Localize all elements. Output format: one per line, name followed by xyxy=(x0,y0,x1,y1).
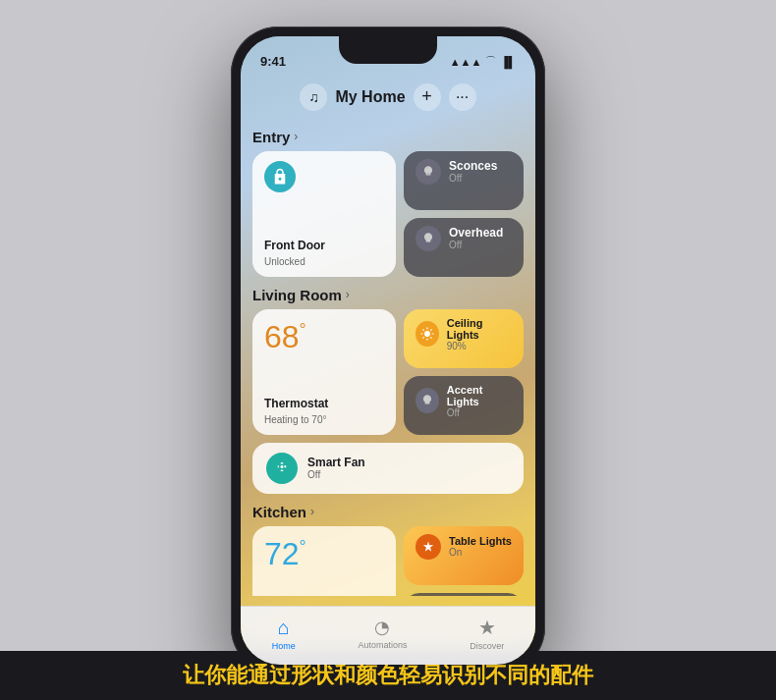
sconces-icon xyxy=(416,159,441,185)
front-door-tile[interactable]: Front Door Unlocked xyxy=(252,151,396,277)
thermostat-cool-temp: 72° xyxy=(264,536,384,572)
tab-automations[interactable]: ◔ Automations xyxy=(358,617,407,650)
tab-home[interactable]: ⌂ Home xyxy=(272,617,296,651)
accent-lights-icon xyxy=(416,388,439,413)
accent-lights-tile[interactable]: Accent Lights Off xyxy=(404,376,524,435)
living-room-right-stack: Ceiling Lights 90% Accent Lights xyxy=(404,309,524,435)
table-lights-icon xyxy=(416,534,441,560)
accent-lights-status: Off xyxy=(447,407,512,418)
table-lights-status: On xyxy=(449,547,512,558)
accent-lights-label: Accent Lights xyxy=(447,384,512,407)
overhead-status: Off xyxy=(449,240,503,250)
automations-tab-label: Automations xyxy=(358,640,407,650)
status-icons: ▲▲▲ ⌒ ▐▌ xyxy=(450,54,516,69)
side-door-tile[interactable]: Side Door Off xyxy=(404,593,524,596)
discover-icon: ★ xyxy=(478,616,496,639)
home-tab-label: Home xyxy=(272,641,296,651)
phone-screen: 9:41 ▲▲▲ ⌒ ▐▌ ♫ My Home + ··· Entry › xyxy=(241,36,535,665)
discover-tab-label: Discover xyxy=(470,641,504,651)
thermostat-cool-tile[interactable]: 72° Thermostat Cooling to 70° xyxy=(252,526,396,596)
notch xyxy=(339,36,437,64)
living-room-chevron: › xyxy=(346,288,350,301)
smart-fan-status: Off xyxy=(307,469,365,480)
overhead-icon xyxy=(416,226,441,251)
sconces-label: Sconces xyxy=(449,159,497,173)
scroll-content: Entry › Front Door Unlocked xyxy=(241,119,535,596)
ceiling-lights-icon xyxy=(416,321,439,347)
caption-text: 让你能通过形状和颜色轻易识别不同的配件 xyxy=(183,663,593,687)
kitchen-chevron: › xyxy=(310,505,314,518)
front-door-label: Front Door xyxy=(264,239,384,252)
ceiling-lights-tile[interactable]: Ceiling Lights 90% xyxy=(404,309,524,368)
app-title: My Home xyxy=(335,88,405,106)
sconces-status: Off xyxy=(449,173,497,184)
thermostat-heat-label: Thermostat xyxy=(264,397,384,410)
living-room-row1: 68° Thermostat Heating to 70° Ceiling Li… xyxy=(252,309,524,435)
thermostat-heat-temp: 68° xyxy=(264,319,384,355)
thermostat-heat-tile[interactable]: 68° Thermostat Heating to 70° xyxy=(252,309,396,435)
sconces-tile[interactable]: Sconces Off xyxy=(404,151,524,210)
section-living-room: Living Room › xyxy=(252,287,524,303)
kitchen-right-stack: Table Lights On Side Door O xyxy=(404,526,524,596)
waveform-icon[interactable]: ♫ xyxy=(300,83,327,111)
ceiling-lights-label: Ceiling Lights xyxy=(447,317,512,341)
tab-bar: ⌂ Home ◔ Automations ★ Discover xyxy=(241,606,535,665)
lock-icon xyxy=(264,161,296,192)
ceiling-lights-status: 90% xyxy=(447,341,512,351)
overhead-label: Overhead xyxy=(449,226,503,240)
smart-fan-icon xyxy=(266,453,298,484)
status-time: 9:41 xyxy=(260,54,286,69)
table-lights-label: Table Lights xyxy=(449,535,512,547)
section-entry: Entry › xyxy=(252,129,524,145)
battery-icon: ▐▌ xyxy=(500,56,516,68)
app-header: ♫ My Home + ··· xyxy=(241,80,535,119)
thermostat-heat-status: Heating to 70° xyxy=(264,414,384,425)
smart-fan-label: Smart Fan xyxy=(307,456,365,469)
kitchen-title: Kitchen xyxy=(252,504,306,520)
kitchen-row1: 72° Thermostat Cooling to 70° Table Ligh… xyxy=(252,526,524,596)
entry-tiles: Front Door Unlocked Sconces Off xyxy=(252,151,524,277)
add-icon[interactable]: + xyxy=(414,83,441,111)
entry-chevron: › xyxy=(294,130,298,143)
automations-icon: ◔ xyxy=(374,617,390,638)
entry-right-stack: Sconces Off Overhead Off xyxy=(404,151,524,277)
wifi-icon: ⌒ xyxy=(485,54,496,69)
more-icon[interactable]: ··· xyxy=(449,83,476,111)
front-door-status: Unlocked xyxy=(264,256,384,267)
svg-point-0 xyxy=(424,331,430,337)
home-icon: ⌂ xyxy=(278,617,290,639)
overhead-tile[interactable]: Overhead Off xyxy=(404,218,524,277)
entry-title: Entry xyxy=(252,129,290,145)
smart-fan-tile[interactable]: Smart Fan Off xyxy=(252,443,524,494)
living-room-title: Living Room xyxy=(252,287,342,303)
phone-wrapper: 9:41 ▲▲▲ ⌒ ▐▌ ♫ My Home + ··· Entry › xyxy=(231,27,545,674)
table-lights-tile[interactable]: Table Lights On xyxy=(404,526,524,585)
section-kitchen: Kitchen › xyxy=(252,504,524,520)
smart-fan-text: Smart Fan Off xyxy=(307,456,365,480)
tab-discover[interactable]: ★ Discover xyxy=(470,616,504,651)
signal-icon: ▲▲▲ xyxy=(450,56,482,68)
